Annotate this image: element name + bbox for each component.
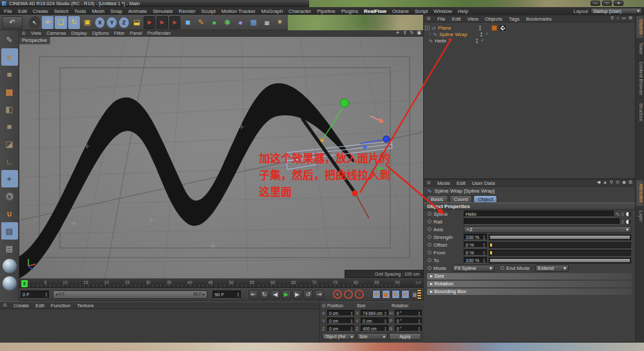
om-panel-handle-icon[interactable]: ⊞	[427, 16, 431, 21]
from-value-field[interactable]: 0 %▴ ▾	[464, 249, 487, 256]
visibility-dots-icon[interactable]	[480, 32, 482, 37]
workplane-mode-icon[interactable]: ◧	[1, 100, 18, 118]
spinner-icon[interactable]: ▴ ▾	[483, 242, 485, 247]
spline-link-field[interactable]: Helix	[464, 211, 614, 217]
menu-plugins[interactable]: Plugins	[341, 8, 358, 14]
pan-view-icon[interactable]: ✛	[396, 30, 400, 35]
render-picture-viewer-icon[interactable]: ▶	[156, 16, 168, 29]
y-axis-handle[interactable]	[341, 99, 349, 108]
start-frame-field[interactable]: 0 F▴▾	[21, 290, 49, 299]
texture-mode-icon[interactable]: ▤	[1, 83, 18, 100]
menu-prorender[interactable]: ProRender	[147, 30, 171, 36]
coord-mode-dropdown[interactable]: Object (Rel▾	[322, 333, 355, 340]
spinner-icon[interactable]: ▴ ▾	[418, 326, 420, 331]
lock-workplane-icon[interactable]: ▤	[1, 222, 18, 240]
section-bounding-box[interactable]: ▸ Bounding Box	[427, 289, 632, 295]
axis-dropdown[interactable]: +Z▾	[464, 226, 631, 233]
side-tab-content-browser[interactable]: Content Browser	[636, 59, 643, 99]
viewport-panel-icon[interactable]: ⊞	[22, 31, 26, 36]
timeline-range-slider[interactable]: ◂ 0 F 90 F ▸	[53, 290, 207, 299]
anim-dot-icon[interactable]	[428, 220, 431, 223]
end-frame-field[interactable]: 90 F▴▾	[213, 290, 241, 299]
mode-dropdown[interactable]: Fit Spline▾	[452, 265, 495, 272]
am-search-icon[interactable]: ⚲	[610, 180, 613, 185]
menu-edit[interactable]: Edit	[452, 16, 461, 22]
render-settings-icon[interactable]: ▶	[169, 16, 181, 29]
undo-icon[interactable]: ↶	[2, 16, 23, 29]
tab-coord[interactable]: Coord	[450, 195, 473, 202]
position-x-field[interactable]: 0 cm▴ ▾	[327, 310, 354, 316]
rotation-p-field[interactable]: 0 °▴ ▾	[395, 318, 422, 324]
menu-view[interactable]: View	[468, 16, 478, 22]
side-tab-attributes[interactable]: Attributes	[636, 180, 643, 206]
strength-value-field[interactable]: 100 %▴ ▾	[464, 234, 487, 240]
scale-tool-icon[interactable]: ❏	[55, 16, 66, 29]
position-y-field[interactable]: 0 cm▴ ▾	[327, 318, 354, 324]
add-spline-icon[interactable]: ✎	[195, 16, 207, 29]
menu-user-data[interactable]: User Data	[472, 180, 495, 186]
rail-link-field[interactable]	[464, 218, 620, 225]
menu-file[interactable]: File	[4, 8, 12, 14]
menu-realflow[interactable]: RealFlow	[364, 8, 386, 14]
spinner-icon[interactable]: ▴ ▾	[483, 250, 485, 255]
make-editable-icon[interactable]: ■	[1, 48, 18, 66]
om-panel-icon[interactable]: ⊞	[629, 15, 632, 21]
am-lock-icon[interactable]: ⊙	[616, 180, 620, 185]
prev-frame-icon[interactable]: ◀	[270, 290, 280, 299]
key-parameter-icon[interactable]: P	[401, 290, 410, 299]
keyframe-bar-icon[interactable]	[417, 289, 422, 299]
play-icon[interactable]: ▶	[281, 290, 291, 299]
section-size[interactable]: ▸ Size	[427, 273, 632, 280]
visibility-dots-icon[interactable]	[479, 26, 481, 30]
viewport-solo-icon[interactable]: ⌖	[1, 170, 18, 187]
to-slider[interactable]	[489, 258, 631, 263]
menu-sculpt[interactable]: Sculpt	[202, 8, 216, 14]
x-axis-lock-icon[interactable]: X	[95, 17, 106, 28]
anim-dot-icon[interactable]	[500, 266, 504, 270]
minimize-button[interactable]: ─	[591, 1, 600, 6]
menu-snap[interactable]: Snap	[110, 8, 122, 14]
maximize-button[interactable]: □	[602, 1, 612, 6]
loop-icon[interactable]: ↻	[260, 290, 269, 299]
menu-help[interactable]: Help	[458, 8, 468, 14]
om-filter-icon[interactable]: ⚲	[611, 15, 614, 21]
menu-simulate[interactable]: Simulate	[153, 8, 173, 14]
spinner-icon[interactable]: ▴ ▾	[351, 326, 353, 331]
last-tool-icon[interactable]: ▣	[81, 16, 93, 29]
menu-texture[interactable]: Texture	[77, 303, 93, 308]
menu-edit[interactable]: Edit	[457, 180, 466, 186]
add-environment-icon[interactable]: ▦	[248, 16, 260, 29]
zoom-view-icon[interactable]: ⇕	[403, 30, 407, 35]
apply-button[interactable]: Apply	[389, 333, 421, 340]
cm-panel-handle-icon[interactable]: ⊞	[322, 303, 326, 308]
spinner-icon[interactable]: ▴ ▾	[351, 318, 353, 323]
am-back-icon[interactable]: ◀	[597, 180, 600, 185]
add-camera-icon[interactable]: ◙	[261, 16, 272, 29]
anim-dot-icon[interactable]	[428, 227, 431, 231]
visibility-dots-icon[interactable]	[476, 39, 478, 43]
menu-script[interactable]: Script	[415, 8, 428, 14]
offset-slider[interactable]	[489, 242, 631, 248]
enable-axis-icon[interactable]: ∟	[1, 153, 18, 170]
object-properties-header[interactable]: Object Properties	[424, 202, 635, 210]
polygon-mode-icon[interactable]: ◪	[1, 135, 18, 153]
side-tab-structure[interactable]: Structure	[636, 100, 643, 124]
menu-motion-tracker[interactable]: Motion Tracker	[222, 8, 256, 14]
render-view-icon[interactable]: ▶	[144, 16, 155, 29]
size-x-field[interactable]: 74.664 cm▴ ▾	[361, 310, 388, 316]
spinner-icon[interactable]: ▴ ▾	[483, 258, 485, 263]
section-rotation[interactable]: ▸ Rotation	[427, 281, 632, 287]
timeline-ruler[interactable]: 051015202530354045505560657075808590 0 0…	[19, 278, 423, 288]
om-home-icon[interactable]: ⌂	[616, 15, 619, 21]
camera-label[interactable]: Perspective	[19, 37, 50, 44]
object-row-helix[interactable]: ∿Helix✓	[425, 37, 634, 44]
viewport[interactable]: ⊞ ViewCamerasDisplayOptionsFilterPanelPr…	[19, 30, 423, 278]
menu-function[interactable]: Function	[51, 303, 71, 308]
anim-dot-icon[interactable]	[428, 212, 431, 216]
position-z-field[interactable]: 0 cm▴ ▾	[327, 325, 354, 332]
end-mode-dropdown[interactable]: Extend▾	[535, 265, 569, 272]
from-slider[interactable]	[489, 250, 631, 256]
rotate-view-icon[interactable]: ↻	[410, 30, 414, 35]
object-row-plane[interactable]: +▱Plane	[425, 24, 634, 31]
pick-target-icon[interactable]	[625, 219, 631, 225]
